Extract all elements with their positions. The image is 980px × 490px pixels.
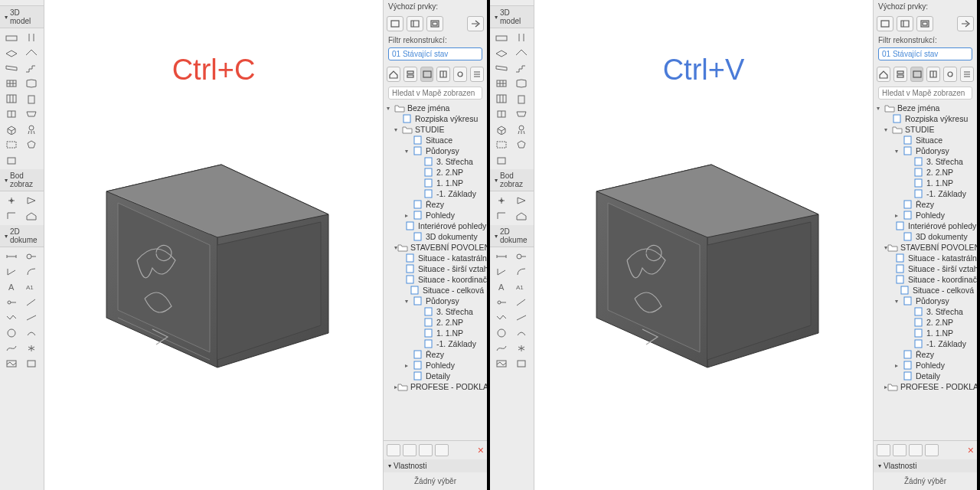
tool-polyline-icon[interactable]	[511, 310, 531, 325]
tree-item[interactable]: -1. Základy	[874, 338, 977, 349]
tree-item[interactable]: Rozpiska výkresu	[384, 113, 487, 124]
tree-item[interactable]: Situace	[874, 135, 977, 145]
tool-polyline-icon[interactable]	[21, 310, 41, 325]
tool-level-icon[interactable]	[21, 249, 41, 264]
props-tab-3[interactable]	[419, 444, 433, 456]
tree-item[interactable]: ▾STUDIE	[874, 124, 977, 135]
tree-item[interactable]: Řezy	[384, 349, 487, 360]
nav-tree-icon[interactable]	[403, 67, 417, 82]
tool-fill-icon[interactable]	[492, 295, 511, 310]
props-tab-1[interactable]	[877, 444, 890, 456]
tree-item[interactable]: Rozpiska výkresu	[874, 113, 977, 124]
tool-lamp-icon[interactable]	[21, 122, 41, 137]
tree-item[interactable]: Detaily	[384, 371, 487, 381]
navigator-tree[interactable]: ▾Beze jménaRozpiska výkresu▾STUDIESituac…	[874, 101, 977, 440]
section-view-point[interactable]: Bod zobraz	[0, 169, 44, 191]
tool-level-icon[interactable]	[511, 249, 531, 264]
tool-stair-icon[interactable]	[21, 60, 41, 76]
tool-text-icon[interactable]: A	[2, 279, 21, 295]
nav-pub-icon[interactable]	[957, 16, 974, 31]
tool-figure-icon[interactable]	[2, 356, 21, 371]
props-tab-3[interactable]	[909, 444, 923, 456]
tool-stair-icon[interactable]	[511, 60, 531, 76]
tool-spline-icon[interactable]	[492, 341, 511, 356]
tree-item[interactable]: ▸Pohledy	[384, 360, 487, 371]
tool-beam-icon[interactable]	[492, 60, 511, 76]
tree-item[interactable]: 3. Střecha	[874, 306, 977, 317]
tree-item[interactable]: 3. Střecha	[874, 156, 977, 167]
nav-pub-icon[interactable]	[467, 16, 484, 31]
tree-item[interactable]: ▾Půdorysy	[874, 145, 977, 156]
tool-slab-icon[interactable]	[492, 45, 511, 60]
tree-item[interactable]: ▾STAVEBNÍ POVOLENÍ	[874, 242, 977, 253]
tool-label-icon[interactable]: A1	[511, 279, 531, 295]
section-3d-model[interactable]: 3D model	[490, 6, 534, 28]
tree-item[interactable]: -1. Základy	[384, 188, 487, 199]
nav-tree-icon[interactable]	[893, 67, 907, 82]
tool-mesh-icon[interactable]	[2, 76, 21, 91]
tool-dim-icon[interactable]	[2, 249, 21, 264]
tree-item[interactable]: -1. Základy	[874, 188, 977, 199]
tool-door-icon[interactable]	[21, 91, 41, 106]
nav-project-icon[interactable]	[387, 16, 403, 31]
tree-item[interactable]: ▾STUDIE	[384, 124, 487, 135]
tool-text-icon[interactable]: A	[492, 279, 511, 295]
nav-map-icon[interactable]	[420, 67, 434, 82]
tree-item[interactable]: Interiérové pohledy	[384, 220, 487, 231]
tool-drawing-icon[interactable]	[511, 356, 531, 371]
tool-arc-icon[interactable]	[21, 325, 41, 341]
nav-view-icon[interactable]	[897, 16, 913, 31]
tool-radial-icon[interactable]	[511, 264, 531, 279]
tree-item[interactable]: 3D dokumenty	[874, 231, 977, 242]
tool-morph-icon[interactable]	[21, 137, 41, 152]
tool-zone-icon[interactable]	[492, 137, 511, 152]
tree-item[interactable]: Řezy	[874, 199, 977, 210]
section-2d-doc[interactable]: 2D dokume	[0, 225, 44, 247]
tool-shell-icon[interactable]	[511, 76, 531, 91]
close-icon[interactable]: ×	[968, 444, 974, 456]
tree-item[interactable]: ▾STAVEBNÍ POVOLENÍ	[384, 242, 487, 253]
tool-curtain-icon[interactable]	[492, 91, 511, 106]
tool-shell-icon[interactable]	[21, 76, 41, 91]
tree-item[interactable]: Detaily	[874, 371, 977, 381]
tree-item[interactable]: Situace - koordinač	[874, 274, 977, 285]
3d-viewport-right[interactable]: Ctrl+V	[534, 0, 873, 490]
tree-item[interactable]: Řezy	[874, 349, 977, 360]
props-tab-4[interactable]	[435, 444, 449, 456]
tool-star-icon[interactable]	[511, 341, 531, 356]
navigator-tree[interactable]: ▾Beze jménaRozpiska výkresu▾STUDIESituac…	[384, 101, 487, 440]
nav-book-icon[interactable]	[926, 67, 940, 82]
tree-item[interactable]: ▾Beze jména	[384, 103, 487, 113]
tool-roof-icon[interactable]	[511, 45, 531, 60]
tree-item[interactable]: Řezy	[384, 199, 487, 210]
nav-home-icon[interactable]	[387, 67, 400, 82]
tool-beam-icon[interactable]	[2, 60, 21, 76]
tool-section-icon[interactable]	[21, 193, 41, 208]
tree-item[interactable]: Situace - katastráln	[874, 253, 977, 263]
tool-skylight-icon[interactable]	[21, 106, 41, 122]
tree-item[interactable]: Situace - koordinač	[384, 274, 487, 285]
tool-wall-icon[interactable]	[492, 30, 511, 45]
nav-layout-icon[interactable]	[916, 16, 933, 31]
section-view-point[interactable]: Bod zobraz	[490, 169, 534, 191]
tree-item[interactable]: 1. 1.NP	[874, 328, 977, 338]
props-tab-2[interactable]	[893, 444, 906, 456]
tree-item[interactable]: 3. Střecha	[384, 156, 487, 167]
tree-item[interactable]: ▾Půdorysy	[384, 296, 487, 306]
filter-select[interactable]: 01 Stávající stav	[388, 47, 482, 60]
tool-roof-icon[interactable]	[21, 45, 41, 60]
tree-item[interactable]: ▸PROFESE - PODKLAD	[874, 381, 977, 392]
tool-star-icon[interactable]	[21, 341, 41, 356]
tool-line-icon[interactable]	[2, 310, 21, 325]
properties-title[interactable]: Vlastnosti	[384, 459, 487, 472]
tool-dim-icon[interactable]	[492, 249, 511, 264]
tool-label-icon[interactable]: A1	[21, 279, 41, 295]
tool-zone-icon[interactable]	[2, 137, 21, 152]
tree-item[interactable]: 1. 1.NP	[874, 178, 977, 188]
nav-menu-icon[interactable]	[960, 67, 974, 82]
tool-hatch-icon[interactable]	[511, 295, 531, 310]
tool-angle-icon[interactable]	[2, 264, 21, 279]
props-tab-2[interactable]	[403, 444, 416, 456]
tree-item[interactable]: ▾Půdorysy	[384, 145, 487, 156]
tool-wall-icon[interactable]	[2, 30, 21, 45]
